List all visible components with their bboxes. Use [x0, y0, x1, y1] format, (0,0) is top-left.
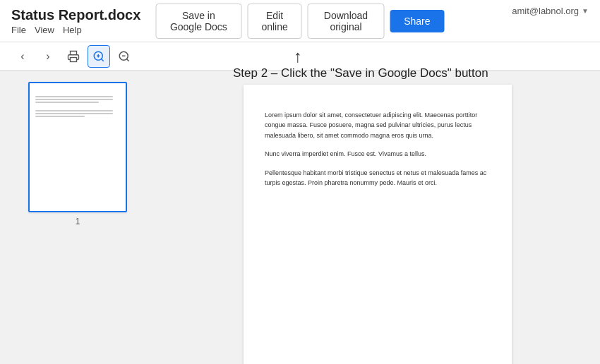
main-area: 1 Lorem ipsum dolor sit amet, consectetu…: [0, 71, 600, 364]
doc-paragraph-1: Lorem ipsum dolor sit amet, consectetuer…: [265, 110, 491, 140]
doc-title: Status Report.docx: [11, 7, 140, 23]
svg-rect-0: [71, 57, 77, 61]
page-thumbnail[interactable]: [28, 82, 127, 212]
thumbnail-panel: 1: [0, 71, 155, 364]
annotation-arrow: ↑: [294, 47, 302, 66]
menu-file[interactable]: File: [11, 25, 26, 35]
print-button[interactable]: [62, 45, 85, 68]
doc-paragraph-2: Nunc viverra imperdiet enim. Fusce est. …: [265, 149, 491, 159]
thumb-line: [35, 102, 99, 103]
top-bar: Status Report.docx File View Help Save i…: [0, 0, 600, 42]
title-section: Status Report.docx File View Help: [11, 7, 140, 35]
share-button[interactable]: Share: [390, 10, 444, 32]
svg-line-2: [101, 59, 103, 61]
menu-help[interactable]: Help: [63, 25, 82, 35]
save-google-docs-button[interactable]: Save in Google Docs: [156, 4, 242, 39]
menu-view[interactable]: View: [35, 25, 54, 35]
thumb-line: [35, 99, 113, 100]
thumb-line: [35, 113, 113, 114]
navigate-next-button[interactable]: ›: [37, 45, 59, 68]
thumbnail-wrapper: 1: [28, 82, 127, 226]
svg-line-6: [126, 59, 128, 61]
download-original-button[interactable]: Download original: [308, 4, 384, 39]
document-page: Lorem ipsum dolor sit amet, consectetuer…: [244, 85, 512, 364]
edit-online-button[interactable]: Edit online: [247, 4, 302, 39]
user-dropdown-arrow[interactable]: ▼: [582, 7, 589, 15]
thumb-line: [35, 96, 113, 97]
zoom-in-button[interactable]: [88, 45, 110, 68]
user-info: amit@labnol.org ▼: [512, 6, 589, 16]
navigate-prev-button[interactable]: ‹: [11, 45, 34, 68]
zoom-out-button[interactable]: [113, 45, 136, 68]
thumb-line: [35, 110, 113, 111]
page-number: 1: [76, 217, 80, 226]
secondary-toolbar: ‹ › ↑ Step 2 – Click the "Save in Google…: [0, 42, 600, 71]
doc-paragraph-3: Pellentesque habitant morbi tristique se…: [265, 168, 491, 188]
user-email: amit@labnol.org: [512, 6, 579, 16]
thumb-line: [35, 116, 85, 117]
toolbar-buttons: Save in Google Docs Edit online Download…: [156, 4, 445, 39]
thumb-lines: [35, 96, 120, 117]
menu-bar: File View Help: [11, 25, 140, 35]
document-area: Lorem ipsum dolor sit amet, consectetuer…: [155, 71, 600, 364]
